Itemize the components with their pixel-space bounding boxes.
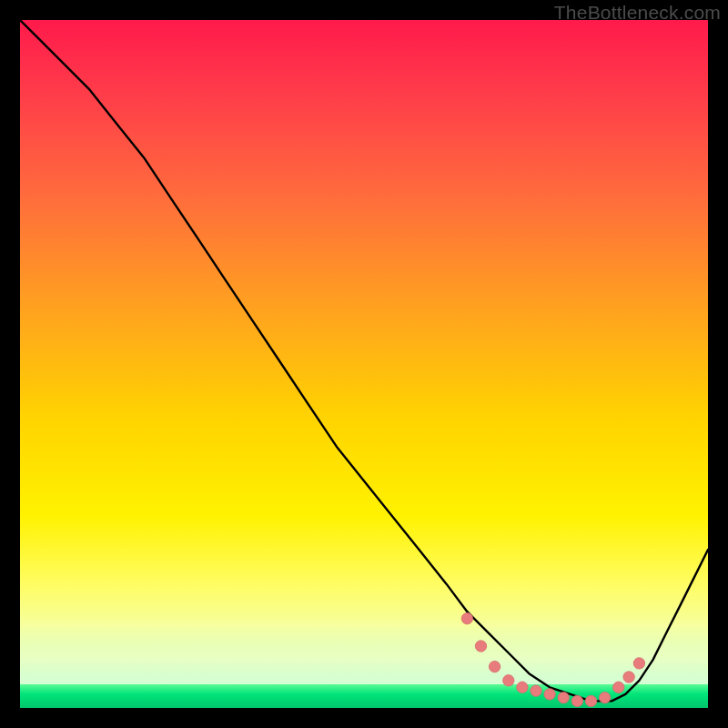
dot-cluster <box>461 613 644 707</box>
cluster-dot <box>517 682 528 693</box>
cluster-dot <box>623 672 634 682</box>
cluster-dot <box>475 641 486 652</box>
cluster-dot <box>571 695 582 706</box>
cluster-dot <box>585 695 596 706</box>
bottleneck-curve <box>20 20 708 701</box>
curve-svg <box>20 20 708 708</box>
watermark-text: TheBottleneck.com <box>554 2 721 24</box>
chart-frame: TheBottleneck.com <box>0 0 728 728</box>
plot-area <box>20 20 708 708</box>
cluster-dot <box>461 613 472 624</box>
cluster-dot <box>489 661 500 672</box>
cluster-dot <box>613 682 624 693</box>
pale-band <box>20 621 708 684</box>
cluster-dot <box>558 693 569 703</box>
cluster-dot <box>544 689 555 700</box>
cluster-dot <box>599 693 610 703</box>
cluster-dot <box>531 685 541 696</box>
cluster-dot <box>633 658 644 669</box>
cluster-dot <box>503 675 514 686</box>
